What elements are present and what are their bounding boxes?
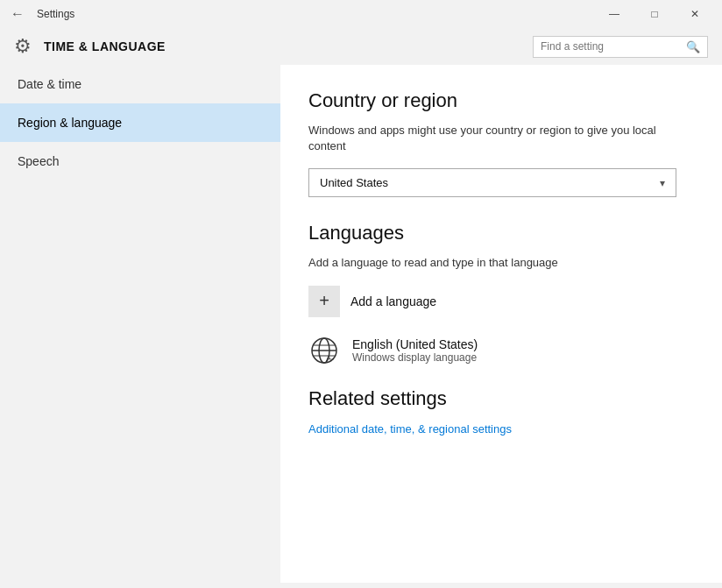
- language-name: English (United States): [352, 337, 478, 351]
- language-sublabel: Windows display language: [352, 351, 478, 364]
- languages-section: Languages Add a language to read and typ…: [308, 222, 694, 365]
- search-icon: 🔍: [686, 40, 700, 53]
- sidebar-item-speech[interactable]: Speech: [0, 142, 280, 181]
- languages-section-desc: Add a language to read and type in that …: [308, 255, 694, 271]
- sidebar-item-region-language[interactable]: Region & language: [0, 103, 280, 142]
- app-header: ⚙ TIME & LANGUAGE 🔍: [0, 28, 722, 65]
- maximize-button[interactable]: □: [634, 0, 675, 28]
- chevron-down-icon: ▾: [660, 177, 665, 189]
- country-dropdown-container: United States ▾: [308, 168, 694, 197]
- search-input[interactable]: [541, 40, 686, 53]
- country-section-desc: Windows and apps might use your country …: [308, 123, 694, 154]
- language-info: English (United States) Windows display …: [352, 337, 478, 364]
- main-layout: Date & time Region & language Speech Cou…: [0, 65, 722, 583]
- titlebar-title: Settings: [37, 8, 74, 20]
- app-title: TIME & LANGUAGE: [44, 39, 166, 53]
- related-settings-section: Related settings Additional date, time, …: [308, 387, 694, 436]
- add-language-button[interactable]: + Add a language: [308, 286, 694, 317]
- window-controls: — □ ✕: [594, 0, 715, 28]
- close-button[interactable]: ✕: [675, 0, 715, 28]
- country-dropdown[interactable]: United States ▾: [308, 168, 676, 197]
- search-box[interactable]: 🔍: [533, 36, 708, 58]
- titlebar-left: ← Settings: [7, 4, 74, 24]
- back-button[interactable]: ←: [7, 4, 28, 24]
- sidebar: Date & time Region & language Speech: [0, 65, 280, 583]
- plus-icon: +: [308, 286, 340, 317]
- related-settings-title: Related settings: [308, 387, 694, 410]
- svg-text:→: →: [329, 356, 336, 362]
- country-selected-value: United States: [320, 176, 388, 189]
- sidebar-item-date-time[interactable]: Date & time: [0, 65, 280, 103]
- country-section-title: Country or region: [308, 89, 694, 112]
- languages-section-title: Languages: [308, 222, 694, 244]
- content-area: Country or region Windows and apps might…: [280, 65, 722, 583]
- country-section: Country or region Windows and apps might…: [308, 89, 694, 197]
- header-left: ⚙ TIME & LANGUAGE: [14, 35, 166, 58]
- titlebar: ← Settings — □ ✕: [0, 0, 722, 28]
- language-icon: A →: [308, 335, 340, 366]
- minimize-button[interactable]: —: [594, 0, 634, 28]
- language-item-english[interactable]: A → English (United States) Windows disp…: [308, 335, 694, 366]
- regional-settings-link[interactable]: Additional date, time, & regional settin…: [308, 422, 512, 436]
- language-svg-icon: A →: [310, 337, 338, 365]
- gear-icon: ⚙: [14, 35, 32, 58]
- add-language-label: Add a language: [350, 294, 436, 308]
